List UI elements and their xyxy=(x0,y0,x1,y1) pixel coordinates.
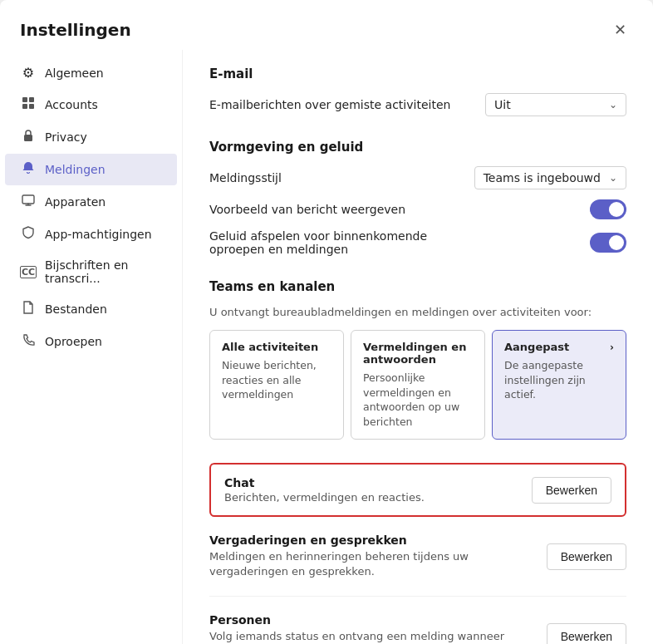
main-content: E-mail E-mailberichten over gemiste acti… xyxy=(183,50,653,644)
meldingsstijl-select[interactable]: Teams is ingebouwd ⌄ xyxy=(474,166,626,189)
vergaderingen-title: Vergaderingen en gesprekken xyxy=(209,533,533,547)
sidebar-item-apparaten[interactable]: Apparaten xyxy=(5,186,177,218)
sidebar-item-oproepen[interactable]: Oproepen xyxy=(5,326,177,357)
bell-icon xyxy=(20,161,37,178)
sidebar-item-label: Bestanden xyxy=(45,302,107,316)
dialog-header: Instellingen ✕ xyxy=(0,0,653,50)
kanalen-cards: Alle activiteiten Nieuwe berichten, reac… xyxy=(209,330,626,440)
settings-dialog: Instellingen ✕ ⚙ Algemeen Ac xyxy=(0,0,653,644)
email-select[interactable]: Uit ⌄ xyxy=(485,93,626,116)
personen-desc: Volg iemands status en ontvang een meldi… xyxy=(209,629,533,644)
close-button[interactable]: ✕ xyxy=(606,17,633,43)
vormgeving-section: Vormgeving en geluid Meldingsstijl Teams… xyxy=(209,140,626,256)
geluid-label: Geluid afspelen voor binnenkomende oproe… xyxy=(209,229,427,256)
vergaderingen-desc: Meldingen en herinneringen beheren tijde… xyxy=(209,549,533,579)
chevron-right-icon: › xyxy=(610,342,614,353)
kanalen-card-vermeldingen[interactable]: Vermeldingen en antwoorden Persoonlijke … xyxy=(351,330,485,440)
sidebar-item-algemeen[interactable]: ⚙ Algemeen xyxy=(5,57,177,88)
phone-icon xyxy=(20,333,37,350)
svg-rect-0 xyxy=(22,97,27,102)
lock-icon xyxy=(20,129,37,145)
geluid-row: Geluid afspelen voor binnenkomende oproe… xyxy=(209,229,626,256)
sidebar-item-bijschriften[interactable]: CC Bijschriften en transcri... xyxy=(5,251,177,293)
dialog-body: ⚙ Algemeen Accounts xyxy=(0,50,653,644)
personen-section: Personen Volg iemands status en ontvang … xyxy=(209,613,626,644)
email-setting-label: E-mailberichten over gemiste activiteite… xyxy=(209,98,450,111)
sidebar-item-meldingen[interactable]: Meldingen xyxy=(5,154,177,185)
monitor-icon xyxy=(20,194,37,210)
personen-title: Personen xyxy=(209,613,533,627)
gear-icon: ⚙ xyxy=(20,65,37,81)
file-icon xyxy=(20,301,37,317)
kanalen-card-aangepast-body: De aangepaste instellingen zijn actief. xyxy=(504,358,614,402)
teams-kanalen-desc: U ontvangt bureaubladmeldingen en meldin… xyxy=(209,306,626,318)
chat-section-text: Chat Berichten, vermeldingen en reacties… xyxy=(224,476,425,504)
sidebar-item-accounts[interactable]: Accounts xyxy=(5,89,177,120)
voorbeeld-toggle[interactable] xyxy=(590,199,626,219)
svg-rect-4 xyxy=(24,135,32,141)
email-section-title: E-mail xyxy=(209,66,626,81)
meldingsstijl-row: Meldingsstijl Teams is ingebouwd ⌄ xyxy=(209,166,626,189)
meldingsstijl-value: Teams is ingebouwd xyxy=(484,171,601,184)
svg-rect-5 xyxy=(22,195,34,204)
kanalen-card-vermeldingen-title: Vermeldingen en antwoorden xyxy=(363,341,473,366)
sidebar-item-app-machtigingen[interactable]: App-machtigingen xyxy=(5,219,177,250)
kanalen-card-alle[interactable]: Alle activiteiten Nieuwe berichten, reac… xyxy=(209,330,344,440)
svg-rect-1 xyxy=(29,97,34,102)
sidebar-item-label: App-machtigingen xyxy=(45,228,152,241)
svg-rect-2 xyxy=(22,104,27,109)
shield-icon xyxy=(20,226,37,243)
kanalen-card-aangepast[interactable]: Aangepast › De aangepaste instellingen z… xyxy=(492,330,626,440)
kanalen-card-aangepast-title: Aangepast › xyxy=(504,341,614,353)
sidebar-item-bestanden[interactable]: Bestanden xyxy=(5,293,177,325)
sidebar-item-label: Oproepen xyxy=(45,335,102,348)
chat-bewerken-button[interactable]: Bewerken xyxy=(532,477,611,504)
vergaderingen-section: Vergaderingen en gesprekken Meldingen en… xyxy=(209,533,626,579)
chevron-down-icon: ⌄ xyxy=(609,99,617,111)
cc-icon: CC xyxy=(20,266,37,278)
vormgeving-section-title: Vormgeving en geluid xyxy=(209,140,626,155)
chat-section: Chat Berichten, vermeldingen en reacties… xyxy=(209,463,626,517)
kanalen-card-alle-title: Alle activiteiten xyxy=(222,341,331,353)
dialog-title: Instellingen xyxy=(20,20,131,40)
sidebar-item-label: Privacy xyxy=(45,130,87,144)
voorbeeld-row: Voorbeeld van bericht weergeven xyxy=(209,199,626,219)
sidebar-item-label: Bijschriften en transcri... xyxy=(45,258,162,285)
chat-section-title: Chat xyxy=(224,476,425,489)
sidebar-item-label: Accounts xyxy=(45,98,98,111)
email-select-value: Uit xyxy=(494,98,511,111)
teams-kanalen-title: Teams en kanalen xyxy=(209,279,626,294)
meldingsstijl-label: Meldingsstijl xyxy=(209,171,282,184)
chat-section-desc: Berichten, vermeldingen en reacties. xyxy=(224,491,425,504)
geluid-toggle[interactable] xyxy=(590,233,626,253)
vergaderingen-text: Vergaderingen en gesprekken Meldingen en… xyxy=(209,533,533,579)
personen-text: Personen Volg iemands status en ontvang … xyxy=(209,613,533,644)
personen-bewerken-button[interactable]: Bewerken xyxy=(547,623,626,644)
email-section: E-mail E-mailberichten over gemiste acti… xyxy=(209,66,626,116)
kanalen-card-alle-body: Nieuwe berichten, reacties en alle verme… xyxy=(222,358,331,402)
accounts-icon xyxy=(20,96,37,113)
email-setting-row: E-mailberichten over gemiste activiteite… xyxy=(209,93,626,116)
teams-kanalen-section: Teams en kanalen U ontvangt bureaubladme… xyxy=(209,279,626,440)
sidebar-item-privacy[interactable]: Privacy xyxy=(5,121,177,153)
kanalen-card-vermeldingen-body: Persoonlijke vermeldingen en antwoorden … xyxy=(363,371,473,429)
sidebar-item-label: Meldingen xyxy=(45,163,106,176)
section-divider xyxy=(209,596,626,597)
vergaderingen-bewerken-button[interactable]: Bewerken xyxy=(547,543,626,570)
sidebar-item-label: Algemeen xyxy=(45,66,104,80)
svg-rect-3 xyxy=(29,104,34,109)
chevron-down-icon: ⌄ xyxy=(609,172,617,184)
sidebar-item-label: Apparaten xyxy=(45,195,106,209)
voorbeeld-label: Voorbeeld van bericht weergeven xyxy=(209,203,405,216)
sidebar: ⚙ Algemeen Accounts xyxy=(0,50,183,644)
